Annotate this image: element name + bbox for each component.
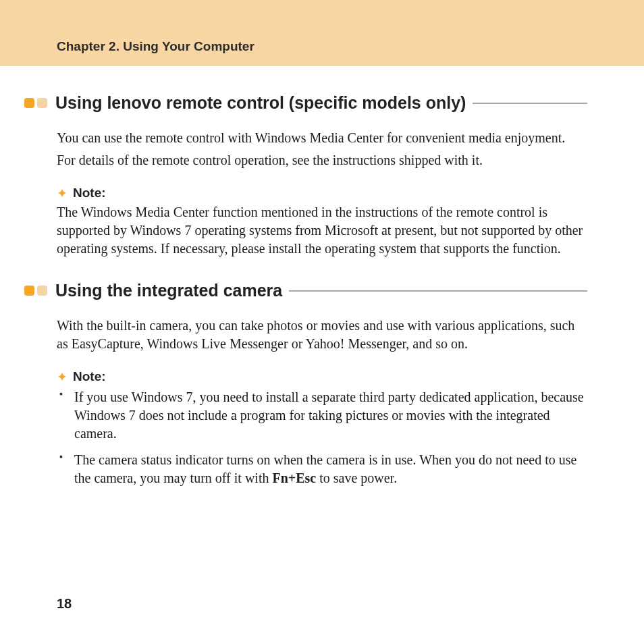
heading-rule [473, 103, 587, 104]
diamond-icon [57, 371, 68, 382]
page-number: 18 [57, 596, 72, 612]
note-block: Note: The Windows Media Center function … [57, 186, 587, 258]
body-paragraph: With the built-in camera, you can take p… [57, 317, 587, 353]
section-heading-remote: Using lenovo remote control (specific mo… [24, 93, 587, 113]
svg-marker-1 [58, 191, 66, 195]
body-paragraph: For details of the remote control operat… [57, 151, 587, 169]
note-label-text: Note: [73, 369, 106, 384]
list-item: If you use Windows 7, you need to instal… [72, 388, 587, 443]
note-body: The Windows Media Center function mentio… [57, 203, 587, 258]
note-label-row: Note: [57, 369, 587, 384]
list-item-text: to save power. [316, 471, 397, 485]
heading-bullets-icon [24, 98, 47, 108]
diamond-icon [57, 188, 68, 198]
heading-bullets-icon [24, 286, 47, 296]
note-bullet-list: If you use Windows 7, you need to instal… [57, 388, 587, 487]
page-header: Chapter 2. Using Your Computer [0, 0, 644, 66]
chapter-title: Chapter 2. Using Your Computer [57, 39, 644, 54]
heading-rule [289, 290, 587, 292]
section-title: Using the integrated camera [55, 281, 282, 300]
body-paragraph: You can use the remote control with Wind… [57, 129, 587, 147]
section-heading-camera: Using the integrated camera [24, 281, 587, 300]
section-title: Using lenovo remote control (specific mo… [55, 93, 466, 113]
note-label-text: Note: [73, 186, 106, 200]
svg-marker-3 [58, 375, 66, 379]
note-label-row: Note: [57, 186, 587, 200]
page-content: Using lenovo remote control (specific mo… [0, 66, 644, 487]
keyboard-shortcut: Fn+Esc [272, 471, 316, 485]
list-item: The camera status indicator turns on whe… [72, 451, 587, 487]
note-block: Note: If you use Windows 7, you need to … [57, 369, 587, 487]
